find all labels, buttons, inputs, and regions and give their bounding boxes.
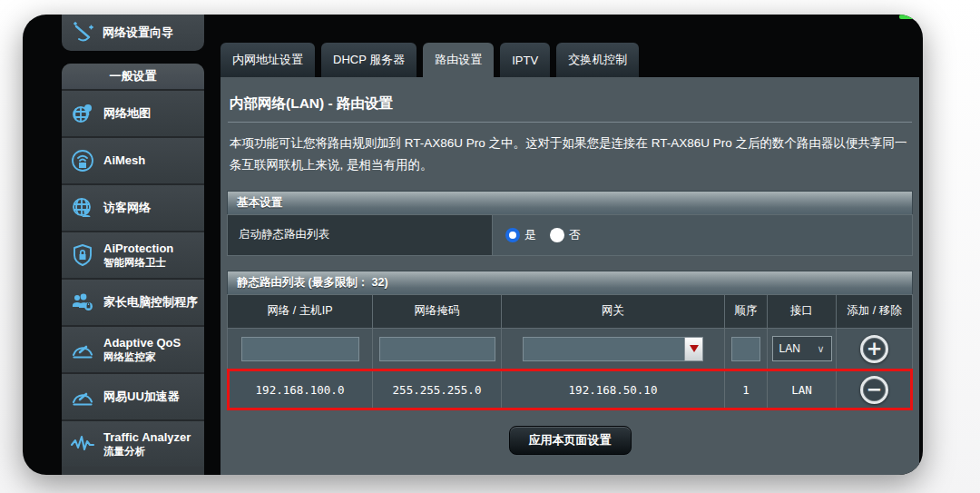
route-row-highlighted: 192.168.100.0 255.255.255.0 192.168.50.1… [228, 370, 912, 409]
sidebar-item-sublabel: 流量分析 [103, 445, 191, 458]
radio-yes[interactable]: 是 [505, 227, 536, 243]
screenshot-stage: 网络设置向导 一般设置 网络地图 [0, 0, 980, 493]
sidebar-item-label: 网络设置向导 [103, 25, 173, 41]
sidebar-item-adaptive-qos[interactable]: Adaptive QoS 网络监控家 [62, 325, 204, 372]
gateway-combo [523, 337, 703, 361]
aimesh-icon [70, 148, 95, 173]
red-arrow-down-icon [690, 345, 699, 352]
sidebar-item-parental-control[interactable]: 家长电脑控制程序 [62, 278, 204, 325]
shield-lock-icon [70, 242, 95, 268]
apply-area: 应用本页面设置 [227, 426, 913, 455]
sidebar-item-network-map[interactable]: 网络地图 [62, 89, 204, 136]
route-metric: 1 [725, 370, 768, 409]
basic-settings-header: 基本设置 [227, 191, 913, 214]
network-map-icon [70, 101, 95, 126]
radio-yes-label: 是 [524, 227, 536, 243]
tab-iptv[interactable]: IPTV [500, 43, 550, 77]
col-add-remove: 添加 / 移除 [837, 295, 912, 328]
router-admin-window: 网络设置向导 一般设置 网络地图 [23, 15, 923, 475]
route-interface: LAN [768, 370, 837, 409]
waveform-icon [70, 431, 95, 457]
sidebar-item-sublabel: 智能网络卫士 [103, 256, 173, 269]
static-route-table: 网络 / 主机IP 网络掩码 网关 顺序 接口 添加 / 移除 [227, 294, 913, 410]
static-route-list-header: 静态路由列表 (最多限制： 32) [227, 271, 913, 294]
gauge-icon [70, 337, 95, 362]
sidebar-item-label: Traffic Analyzer [103, 430, 191, 445]
radio-no-label: 否 [569, 227, 581, 243]
sidebar-item-aimesh[interactable]: AiMesh [62, 136, 204, 183]
route-table-header-row: 网络 / 主机IP 网络掩码 网关 顺序 接口 添加 / 移除 [228, 295, 912, 328]
status-led [899, 15, 917, 19]
route-netmask: 255.255.255.0 [373, 370, 502, 409]
basic-settings-table: 启动静态路由列表 是 否 [227, 214, 913, 256]
lan-tabs: 内网地址设置 DHCP 服务器 路由设置 IPTV 交换机控制 [220, 43, 919, 77]
enable-static-route-value: 是 否 [493, 215, 912, 255]
apply-button[interactable]: 应用本页面设置 [509, 426, 632, 455]
radio-yes-circle[interactable] [505, 228, 520, 242]
sidebar-item-label: 访客网络 [103, 201, 151, 215]
col-network-host-ip: 网络 / 主机IP [228, 295, 373, 328]
gauge-icon [70, 384, 95, 409]
route-gateway: 192.168.50.10 [502, 370, 725, 409]
add-route-button[interactable]: + [860, 335, 888, 363]
guest-network-icon [70, 195, 95, 221]
sidebar: 网络设置向导 一般设置 网络地图 [62, 15, 204, 475]
col-gateway: 网关 [502, 295, 725, 328]
interface-select[interactable]: LAN ∨ [772, 336, 832, 361]
tab-lan-ip[interactable]: 内网地址设置 [220, 43, 315, 77]
tab-route[interactable]: 路由设置 [423, 43, 494, 77]
sidebar-item-label: 网络地图 [103, 106, 151, 121]
chevron-down-icon: ∨ [817, 343, 824, 355]
sidebar-item-label: AiProtection [103, 242, 173, 256]
netmask-input[interactable] [379, 337, 495, 361]
gateway-input[interactable] [523, 337, 684, 361]
sidebar-section-title: 一般设置 [62, 64, 204, 89]
col-metric: 顺序 [725, 295, 768, 328]
sidebar-item-label: Adaptive QoS [103, 336, 181, 350]
sidebar-item-guest-network[interactable]: 访客网络 [62, 183, 204, 231]
tab-dhcp-server[interactable]: DHCP 服务器 [321, 43, 416, 77]
sidebar-item-aiprotection[interactable]: AiProtection 智能网络卫士 [62, 231, 204, 278]
title-divider [228, 122, 912, 123]
content-panel: 内部网络(LAN) - 路由设置 本项功能可让您将路由规则加到 RT-AX86U… [220, 77, 919, 475]
sidebar-item-traffic-analyzer[interactable]: Traffic Analyzer 流量分析 [62, 419, 204, 467]
col-interface: 接口 [768, 295, 837, 328]
parental-control-icon [70, 290, 95, 315]
magic-wand-icon [70, 20, 95, 45]
radio-no-circle[interactable] [550, 228, 564, 242]
ip-input[interactable] [241, 337, 359, 361]
col-netmask: 网络掩码 [373, 295, 502, 328]
sidebar-item-label: 家长电脑控制程序 [103, 295, 198, 310]
remove-route-button[interactable]: − [860, 376, 888, 404]
route-input-row: LAN ∨ + [228, 328, 912, 370]
route-ip: 192.168.100.0 [228, 370, 373, 409]
page-title: 内部网络(LAN) - 路由设置 [230, 94, 910, 113]
radio-no[interactable]: 否 [550, 227, 581, 243]
interface-select-value: LAN [779, 342, 800, 355]
sidebar-item-label: 网易UU加速器 [103, 389, 180, 404]
sidebar-item-sublabel: 网络监控家 [103, 350, 181, 363]
sidebar-item-setup-wizard[interactable]: 网络设置向导 [62, 15, 204, 51]
gateway-dropdown-button[interactable] [684, 337, 703, 361]
sidebar-item-label: AiMesh [103, 153, 145, 168]
enable-static-route-label: 启动静态路由列表 [228, 215, 493, 255]
metric-input[interactable] [731, 337, 760, 361]
sidebar-general-panel: 一般设置 网络地图 [62, 64, 204, 475]
sidebar-item-uu-accelerator[interactable]: 网易UU加速器 [62, 372, 204, 419]
tab-switch-control[interactable]: 交换机控制 [556, 43, 639, 77]
page-description: 本项功能可让您将路由规则加到 RT-AX86U Pro 之中。这对于如果您是连接… [230, 133, 910, 177]
